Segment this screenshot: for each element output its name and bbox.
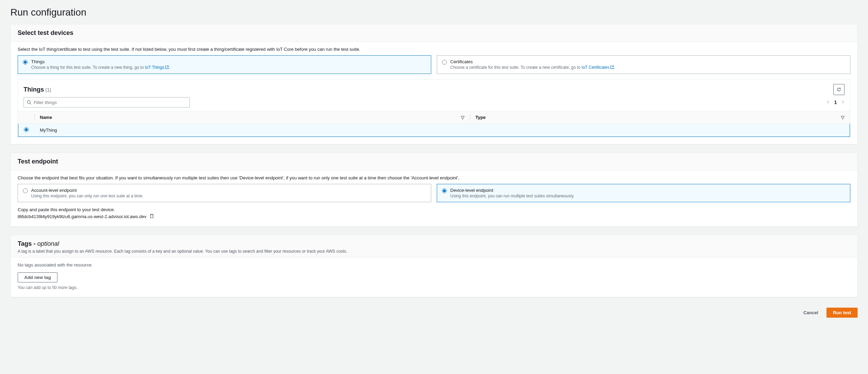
iot-certificates-link[interactable]: IoT Certificates xyxy=(581,65,614,70)
search-icon xyxy=(27,100,31,105)
refresh-icon xyxy=(837,87,841,92)
radio-icon xyxy=(442,60,447,65)
radio-card-device-endpoint[interactable]: Device-level endpoint Using this endpoin… xyxy=(437,184,850,202)
col-type[interactable]: Type ▽ xyxy=(470,111,850,124)
no-tags-text: No tags associated with the resource. xyxy=(18,262,850,268)
things-count: (1) xyxy=(45,87,51,93)
device-endpoint-sub: Using this endpoint, you can run multipl… xyxy=(450,194,575,198)
panel-header: Tags - optional A tag is a label that yo… xyxy=(11,235,857,258)
copy-icon xyxy=(149,214,154,218)
tags-panel: Tags - optional A tag is a label that yo… xyxy=(10,235,858,297)
radio-certs-sub: Choose a certificate for this test suite… xyxy=(450,65,615,70)
row-radio-icon[interactable] xyxy=(24,127,29,132)
select-test-devices-panel: Select test devices Select the IoT thing… xyxy=(10,24,858,144)
pager: 1 xyxy=(826,100,844,105)
text: Choose a thing for this test suite. To c… xyxy=(31,65,145,70)
text: . xyxy=(614,65,615,70)
radio-icon xyxy=(23,60,28,65)
run-test-button[interactable]: Run test xyxy=(826,308,858,318)
table-row[interactable]: MyThing xyxy=(18,124,850,137)
copy-button[interactable] xyxy=(149,214,154,219)
radio-certs-title: Certificates xyxy=(450,59,615,64)
things-title: Things xyxy=(24,86,44,93)
tags-hint: You can add up to 50 more tags. xyxy=(18,285,850,290)
pager-current: 1 xyxy=(834,100,837,105)
pager-next[interactable] xyxy=(841,100,844,105)
svg-point-0 xyxy=(27,101,30,104)
footer-actions: Cancel Run test xyxy=(10,306,858,325)
external-link-icon xyxy=(165,65,169,70)
text: Choose a certificate for this test suite… xyxy=(450,65,581,70)
account-endpoint-title: Account-level endpoint xyxy=(31,188,143,193)
endpoint-desc: Choose the endpoint that best fits your … xyxy=(18,175,850,180)
tags-title: Tags - optional xyxy=(18,240,59,247)
things-table: Name ▽ Type ▽ MyThing xyxy=(18,111,850,137)
tags-sub: A tag is a label that you assign to an A… xyxy=(18,249,850,254)
endpoint-copy-label: Copy and paste this endpoint to your tes… xyxy=(18,207,850,212)
endpoint-title: Test endpoint xyxy=(18,158,850,165)
endpoint-value: t86dcb4139t4y919yk9tzu6.gamma.us-west-2.… xyxy=(18,214,146,219)
radio-card-things[interactable]: Things Choose a thing for this test suit… xyxy=(18,55,431,74)
cancel-button[interactable]: Cancel xyxy=(799,308,822,318)
filter-things-input-wrap[interactable] xyxy=(24,97,190,107)
radio-things-sub: Choose a thing for this test suite. To c… xyxy=(31,65,170,70)
filter-things-input[interactable] xyxy=(34,100,187,105)
col-name[interactable]: Name ▽ xyxy=(34,111,470,124)
svg-rect-1 xyxy=(151,215,153,218)
pager-prev[interactable] xyxy=(826,100,830,105)
col-select xyxy=(18,111,35,124)
radio-things-title: Things xyxy=(31,59,170,64)
cell-name: MyThing xyxy=(34,124,470,137)
sort-icon: ▽ xyxy=(841,115,844,120)
sort-icon: ▽ xyxy=(461,115,464,120)
external-link-icon xyxy=(610,65,614,70)
cell-type xyxy=(470,124,850,137)
test-endpoint-panel: Test endpoint Choose the endpoint that b… xyxy=(10,153,858,227)
select-devices-desc: Select the IoT thing/certificate to test… xyxy=(18,47,850,52)
radio-icon xyxy=(23,188,28,193)
panel-header: Test endpoint xyxy=(11,153,857,170)
radio-icon xyxy=(442,188,447,193)
radio-card-account-endpoint[interactable]: Account-level endpoint Using this endpoi… xyxy=(18,184,431,202)
refresh-button[interactable] xyxy=(833,84,844,95)
page-title: Run configuration xyxy=(10,7,858,18)
add-new-tag-button[interactable]: Add new tag xyxy=(18,272,57,282)
panel-header: Select test devices xyxy=(11,25,857,42)
radio-card-certificates[interactable]: Certificates Choose a certificate for th… xyxy=(437,55,850,74)
account-endpoint-sub: Using this endpoint, you can only run on… xyxy=(31,194,143,198)
text: . xyxy=(169,65,170,70)
iot-things-link[interactable]: IoT Things xyxy=(145,65,169,70)
select-devices-title: Select test devices xyxy=(18,29,850,37)
things-sub-panel: Things (1) 1 xyxy=(18,80,850,137)
device-endpoint-title: Device-level endpoint xyxy=(450,188,575,193)
